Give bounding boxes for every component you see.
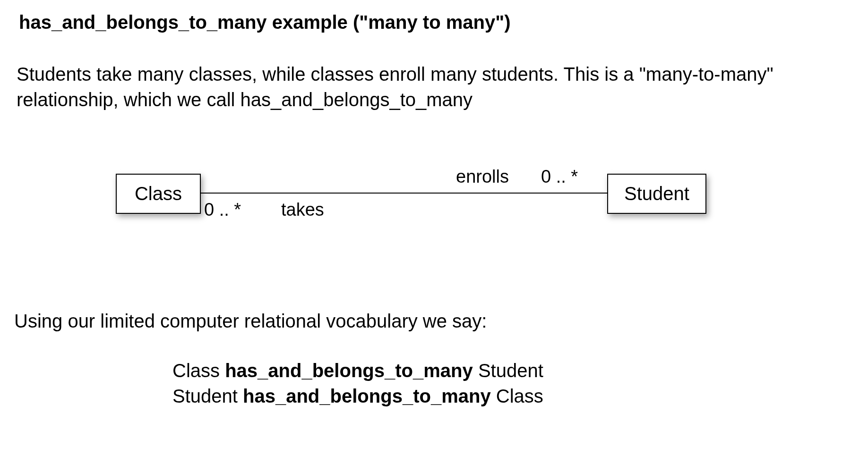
statement-subject: Class xyxy=(172,360,220,381)
role-enrolls: enrolls xyxy=(456,167,509,187)
statement-row: Student has_and_belongs_to_many Class xyxy=(172,383,854,409)
statement-object: Student xyxy=(478,360,543,381)
role-takes: takes xyxy=(281,200,324,220)
page-title: has_and_belongs_to_many example ("many t… xyxy=(19,12,854,33)
statement-relation: has_and_belongs_to_many xyxy=(243,386,491,406)
relation-statements: Class has_and_belongs_to_many Student St… xyxy=(172,358,854,409)
description-text: Students take many classes, while classe… xyxy=(17,61,854,112)
entity-class-box: Class xyxy=(116,174,201,214)
statement-object: Class xyxy=(496,386,543,406)
statement-relation: has_and_belongs_to_many xyxy=(225,360,473,381)
multiplicity-right: 0 .. * xyxy=(541,167,578,187)
vocabulary-intro: Using our limited computer relational vo… xyxy=(14,311,854,332)
multiplicity-left: 0 .. * xyxy=(204,200,241,220)
entity-student-box: Student xyxy=(607,174,706,214)
uml-diagram: Class Student 0 .. * takes enrolls 0 .. … xyxy=(116,160,706,254)
statement-row: Class has_and_belongs_to_many Student xyxy=(172,358,854,383)
association-line xyxy=(201,193,607,194)
statement-subject: Student xyxy=(172,386,238,406)
